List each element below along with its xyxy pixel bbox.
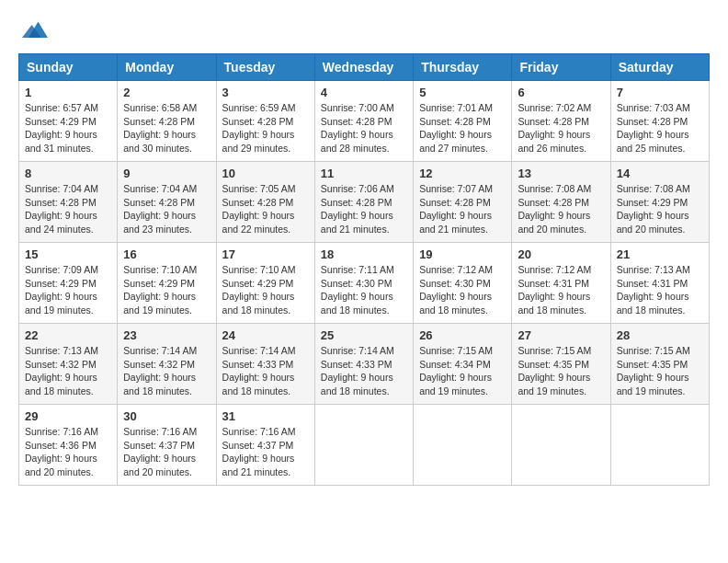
cell-info: Sunrise: 7:16 AM Sunset: 4:37 PM Dayligh… bbox=[123, 425, 210, 479]
calendar-cell: 5 Sunrise: 7:01 AM Sunset: 4:28 PM Dayli… bbox=[414, 81, 512, 162]
cell-info: Sunrise: 7:02 AM Sunset: 4:28 PM Dayligh… bbox=[518, 101, 604, 155]
day-number: 1 bbox=[25, 86, 111, 99]
calendar-cell: 24 Sunrise: 7:14 AM Sunset: 4:33 PM Dayl… bbox=[216, 324, 314, 405]
day-number: 16 bbox=[123, 247, 210, 261]
calendar-cell bbox=[414, 405, 512, 486]
calendar-cell: 21 Sunrise: 7:13 AM Sunset: 4:31 PM Dayl… bbox=[610, 243, 709, 324]
logo-icon bbox=[22, 18, 48, 44]
calendar-day-header: Wednesday bbox=[314, 54, 413, 81]
cell-info: Sunrise: 7:12 AM Sunset: 4:30 PM Dayligh… bbox=[419, 263, 506, 317]
day-number: 19 bbox=[419, 247, 506, 261]
calendar-week-row: 8 Sunrise: 7:04 AM Sunset: 4:28 PM Dayli… bbox=[19, 162, 710, 243]
calendar-table: SundayMondayTuesdayWednesdayThursdayFrid… bbox=[18, 53, 710, 486]
calendar-cell bbox=[512, 405, 610, 486]
calendar-week-row: 29 Sunrise: 7:16 AM Sunset: 4:36 PM Dayl… bbox=[19, 405, 710, 486]
logo bbox=[18, 18, 48, 44]
calendar-day-header: Monday bbox=[118, 54, 216, 81]
calendar-cell: 19 Sunrise: 7:12 AM Sunset: 4:30 PM Dayl… bbox=[414, 243, 512, 324]
cell-info: Sunrise: 7:08 AM Sunset: 4:29 PM Dayligh… bbox=[617, 182, 703, 236]
cell-info: Sunrise: 7:05 AM Sunset: 4:28 PM Dayligh… bbox=[222, 182, 309, 236]
calendar-cell: 28 Sunrise: 7:15 AM Sunset: 4:35 PM Dayl… bbox=[610, 324, 709, 405]
day-number: 11 bbox=[321, 167, 407, 180]
day-number: 2 bbox=[123, 86, 210, 99]
calendar-cell: 13 Sunrise: 7:08 AM Sunset: 4:28 PM Dayl… bbox=[512, 162, 610, 243]
cell-info: Sunrise: 7:06 AM Sunset: 4:28 PM Dayligh… bbox=[321, 182, 407, 236]
calendar-cell: 9 Sunrise: 7:04 AM Sunset: 4:28 PM Dayli… bbox=[118, 162, 216, 243]
calendar-cell: 1 Sunrise: 6:57 AM Sunset: 4:29 PM Dayli… bbox=[19, 81, 118, 162]
cell-info: Sunrise: 7:09 AM Sunset: 4:29 PM Dayligh… bbox=[25, 263, 111, 317]
cell-info: Sunrise: 7:10 AM Sunset: 4:29 PM Dayligh… bbox=[222, 263, 309, 317]
cell-info: Sunrise: 7:08 AM Sunset: 4:28 PM Dayligh… bbox=[518, 182, 604, 236]
calendar-cell: 18 Sunrise: 7:11 AM Sunset: 4:30 PM Dayl… bbox=[314, 243, 413, 324]
calendar-week-row: 1 Sunrise: 6:57 AM Sunset: 4:29 PM Dayli… bbox=[19, 81, 710, 162]
calendar-cell: 15 Sunrise: 7:09 AM Sunset: 4:29 PM Dayl… bbox=[19, 243, 118, 324]
cell-info: Sunrise: 6:57 AM Sunset: 4:29 PM Dayligh… bbox=[25, 101, 111, 155]
calendar-cell: 27 Sunrise: 7:15 AM Sunset: 4:35 PM Dayl… bbox=[512, 324, 610, 405]
day-number: 13 bbox=[518, 167, 604, 180]
calendar-cell: 25 Sunrise: 7:14 AM Sunset: 4:33 PM Dayl… bbox=[314, 324, 413, 405]
day-number: 22 bbox=[25, 328, 111, 342]
day-number: 8 bbox=[25, 167, 111, 180]
day-number: 7 bbox=[617, 86, 703, 99]
calendar-cell: 29 Sunrise: 7:16 AM Sunset: 4:36 PM Dayl… bbox=[19, 405, 118, 486]
calendar-cell: 14 Sunrise: 7:08 AM Sunset: 4:29 PM Dayl… bbox=[610, 162, 709, 243]
page-header bbox=[18, 18, 710, 44]
day-number: 31 bbox=[222, 409, 309, 423]
day-number: 30 bbox=[123, 409, 210, 423]
day-number: 18 bbox=[321, 247, 407, 261]
calendar-week-row: 22 Sunrise: 7:13 AM Sunset: 4:32 PM Dayl… bbox=[19, 324, 710, 405]
cell-info: Sunrise: 7:13 AM Sunset: 4:31 PM Dayligh… bbox=[617, 263, 703, 317]
cell-info: Sunrise: 7:14 AM Sunset: 4:32 PM Dayligh… bbox=[123, 344, 210, 398]
day-number: 12 bbox=[419, 167, 506, 180]
calendar-header-row: SundayMondayTuesdayWednesdayThursdayFrid… bbox=[19, 54, 710, 81]
cell-info: Sunrise: 7:04 AM Sunset: 4:28 PM Dayligh… bbox=[123, 182, 210, 236]
calendar-cell: 31 Sunrise: 7:16 AM Sunset: 4:37 PM Dayl… bbox=[216, 405, 314, 486]
day-number: 29 bbox=[25, 409, 111, 423]
calendar-cell: 22 Sunrise: 7:13 AM Sunset: 4:32 PM Dayl… bbox=[19, 324, 118, 405]
calendar-day-header: Thursday bbox=[414, 54, 512, 81]
calendar-day-header: Saturday bbox=[610, 54, 709, 81]
cell-info: Sunrise: 7:14 AM Sunset: 4:33 PM Dayligh… bbox=[321, 344, 407, 398]
cell-info: Sunrise: 7:16 AM Sunset: 4:36 PM Dayligh… bbox=[25, 425, 111, 479]
cell-info: Sunrise: 7:15 AM Sunset: 4:35 PM Dayligh… bbox=[518, 344, 604, 398]
day-number: 20 bbox=[518, 247, 604, 261]
calendar-cell: 16 Sunrise: 7:10 AM Sunset: 4:29 PM Dayl… bbox=[118, 243, 216, 324]
day-number: 28 bbox=[617, 328, 703, 342]
cell-info: Sunrise: 6:59 AM Sunset: 4:28 PM Dayligh… bbox=[222, 101, 309, 155]
cell-info: Sunrise: 7:11 AM Sunset: 4:30 PM Dayligh… bbox=[321, 263, 407, 317]
day-number: 3 bbox=[222, 86, 309, 99]
calendar-cell: 2 Sunrise: 6:58 AM Sunset: 4:28 PM Dayli… bbox=[118, 81, 216, 162]
day-number: 26 bbox=[419, 328, 506, 342]
calendar-day-header: Sunday bbox=[19, 54, 118, 81]
calendar-cell: 12 Sunrise: 7:07 AM Sunset: 4:28 PM Dayl… bbox=[414, 162, 512, 243]
calendar-cell: 6 Sunrise: 7:02 AM Sunset: 4:28 PM Dayli… bbox=[512, 81, 610, 162]
day-number: 14 bbox=[617, 167, 703, 180]
day-number: 25 bbox=[321, 328, 407, 342]
cell-info: Sunrise: 7:15 AM Sunset: 4:35 PM Dayligh… bbox=[617, 344, 703, 398]
cell-info: Sunrise: 7:12 AM Sunset: 4:31 PM Dayligh… bbox=[518, 263, 604, 317]
calendar-week-row: 15 Sunrise: 7:09 AM Sunset: 4:29 PM Dayl… bbox=[19, 243, 710, 324]
day-number: 21 bbox=[617, 247, 703, 261]
calendar-cell: 11 Sunrise: 7:06 AM Sunset: 4:28 PM Dayl… bbox=[314, 162, 413, 243]
calendar-day-header: Tuesday bbox=[216, 54, 314, 81]
day-number: 23 bbox=[123, 328, 210, 342]
calendar-cell: 10 Sunrise: 7:05 AM Sunset: 4:28 PM Dayl… bbox=[216, 162, 314, 243]
day-number: 6 bbox=[518, 86, 604, 99]
cell-info: Sunrise: 7:13 AM Sunset: 4:32 PM Dayligh… bbox=[25, 344, 111, 398]
cell-info: Sunrise: 7:15 AM Sunset: 4:34 PM Dayligh… bbox=[419, 344, 506, 398]
cell-info: Sunrise: 7:00 AM Sunset: 4:28 PM Dayligh… bbox=[321, 101, 407, 155]
cell-info: Sunrise: 7:07 AM Sunset: 4:28 PM Dayligh… bbox=[419, 182, 506, 236]
calendar-cell: 30 Sunrise: 7:16 AM Sunset: 4:37 PM Dayl… bbox=[118, 405, 216, 486]
cell-info: Sunrise: 7:14 AM Sunset: 4:33 PM Dayligh… bbox=[222, 344, 309, 398]
calendar-cell bbox=[314, 405, 413, 486]
day-number: 24 bbox=[222, 328, 309, 342]
day-number: 15 bbox=[25, 247, 111, 261]
calendar-cell: 3 Sunrise: 6:59 AM Sunset: 4:28 PM Dayli… bbox=[216, 81, 314, 162]
cell-info: Sunrise: 6:58 AM Sunset: 4:28 PM Dayligh… bbox=[123, 101, 210, 155]
calendar-cell: 7 Sunrise: 7:03 AM Sunset: 4:28 PM Dayli… bbox=[610, 81, 709, 162]
calendar-cell: 17 Sunrise: 7:10 AM Sunset: 4:29 PM Dayl… bbox=[216, 243, 314, 324]
calendar-cell: 23 Sunrise: 7:14 AM Sunset: 4:32 PM Dayl… bbox=[118, 324, 216, 405]
day-number: 17 bbox=[222, 247, 309, 261]
cell-info: Sunrise: 7:04 AM Sunset: 4:28 PM Dayligh… bbox=[25, 182, 111, 236]
calendar-cell: 8 Sunrise: 7:04 AM Sunset: 4:28 PM Dayli… bbox=[19, 162, 118, 243]
